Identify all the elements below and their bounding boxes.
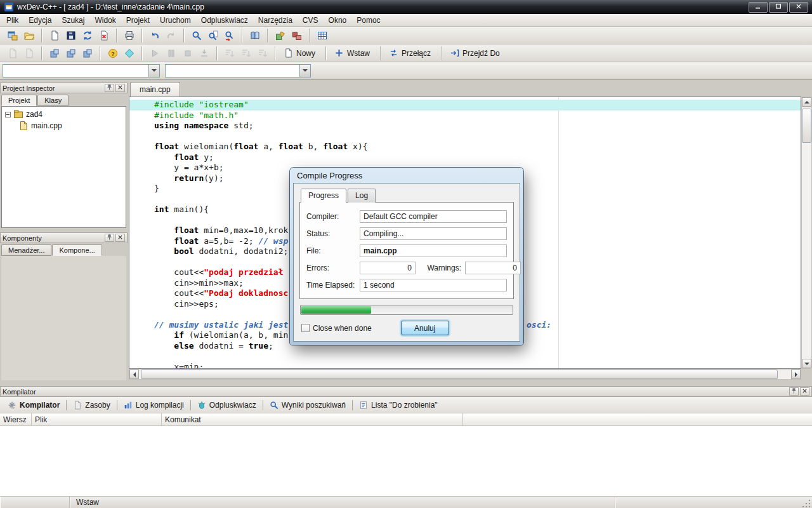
compile-current-icon[interactable]	[47, 46, 62, 61]
resize-grip[interactable]	[802, 498, 811, 507]
menu-narz-dzia[interactable]: Narzędzia	[253, 15, 298, 26]
menu-okno[interactable]: Okno	[324, 15, 352, 26]
new-project-icon[interactable]	[5, 28, 20, 43]
redo-icon[interactable]	[164, 28, 179, 43]
bottom-tab-odpluskwiacz[interactable]: Odpluskwiacz	[192, 399, 261, 411]
column-komunikat[interactable]: Komunikat	[162, 413, 463, 425]
insert-component-icon[interactable]	[315, 28, 330, 43]
scroll-down-button[interactable]	[802, 359, 811, 368]
pin-button[interactable]	[105, 84, 114, 92]
menu-pomoc[interactable]: Pomoc	[351, 15, 385, 26]
close-panel-button[interactable]	[115, 84, 125, 92]
column-plik[interactable]: Plik	[32, 413, 162, 425]
debug-icon[interactable]	[122, 46, 137, 61]
debug-pause-icon[interactable]	[164, 46, 179, 61]
przelacz-button[interactable]: Przełącz	[386, 46, 436, 61]
field-label: Status:	[306, 229, 360, 238]
help-icon[interactable]: ?	[105, 46, 121, 61]
tab-klasy[interactable]: Klasy	[37, 95, 69, 106]
window-title: wxDev-C++ - [ zad4 ] - D:\test_inne\zada…	[17, 3, 204, 11]
dialog-tabs: ProgressLog	[299, 189, 514, 203]
wstaw-button[interactable]: Wstaw	[331, 46, 376, 61]
collapse-icon[interactable]	[5, 112, 11, 117]
horizontal-scrollbar[interactable]	[129, 369, 801, 380]
toolbar-separator	[141, 46, 143, 60]
minimize-button[interactable]	[749, 2, 768, 13]
scroll-right-button[interactable]	[791, 370, 801, 379]
find-icon[interactable]	[189, 28, 204, 43]
undo-icon[interactable]	[147, 28, 162, 43]
przejdz-do-button[interactable]: Przejdź Do	[447, 46, 506, 61]
tree-node-file[interactable]: main.cpp	[2, 120, 126, 131]
member-combo-dropdown[interactable]	[299, 65, 310, 77]
replace-icon[interactable]	[222, 28, 237, 43]
pin-button[interactable]	[105, 234, 114, 242]
maximize-button[interactable]	[769, 2, 788, 13]
bottom-tabs: KompilatorZasobyLog kompilacjiOdpluskwia…	[0, 397, 812, 413]
find-in-files-icon[interactable]	[206, 28, 221, 43]
compile-and-run-icon[interactable]	[80, 46, 95, 61]
menu-odpluskwiacz[interactable]: Odpluskwiacz	[196, 15, 253, 26]
close-button[interactable]	[789, 2, 808, 13]
close-file-icon[interactable]	[96, 28, 112, 43]
dialog-tab-progress[interactable]: Progress	[301, 189, 346, 203]
cancel-button[interactable]: Anuluj	[401, 321, 449, 335]
dialog-title-bar[interactable]: Compile Progress	[293, 168, 520, 183]
bottom-tab-wyniki-poszukiwa[interactable]: Wyniki poszukiwań	[265, 399, 351, 411]
bottom-tab-log-kompilacji[interactable]: Log kompilacji	[119, 399, 189, 411]
menu-cvs[interactable]: CVS	[298, 15, 324, 26]
pin-button[interactable]	[789, 387, 799, 396]
new-source-icon[interactable]	[47, 28, 62, 43]
tab-projekt[interactable]: Projekt	[1, 95, 37, 106]
horizontal-scroll-thumb[interactable]	[141, 370, 778, 379]
tree-node-project[interactable]: zad4	[2, 109, 126, 120]
close-panel-button[interactable]	[800, 387, 809, 396]
print-icon[interactable]	[122, 28, 137, 43]
dialog-tab-log[interactable]: Log	[348, 189, 376, 203]
vertical-scrollbar[interactable]	[801, 97, 812, 369]
goto-function-icon[interactable]	[247, 28, 263, 43]
debug-stop-icon[interactable]	[180, 46, 195, 61]
step-over-icon[interactable]	[197, 46, 212, 61]
save-all-icon[interactable]	[63, 28, 79, 43]
menu-projekt[interactable]: Projekt	[121, 15, 155, 26]
refresh-icon[interactable]	[80, 28, 95, 43]
vertical-scroll-thumb[interactable]	[802, 109, 811, 143]
step-into-icon[interactable]	[239, 46, 254, 61]
project-tree[interactable]: zad4 main.cpp	[1, 106, 126, 228]
dialog-body: ProgressLog Compiler:Default GCC compile…	[293, 183, 520, 342]
column-wiersz[interactable]: Wiersz	[0, 413, 32, 425]
debug-run-icon[interactable]	[147, 46, 162, 61]
compile-icon[interactable]	[273, 28, 288, 43]
member-combo[interactable]	[165, 64, 311, 77]
tab-kompone[interactable]: Kompone...	[52, 244, 102, 256]
menu-szukaj[interactable]: Szukaj	[56, 15, 89, 26]
bottom-tab-lista-do-zrobienia[interactable]: Lista "Do zrobienia"	[354, 399, 443, 411]
editor-tab-main-cpp[interactable]: main.cpp	[130, 82, 180, 97]
skip-function-icon[interactable]	[255, 46, 270, 61]
toolbar-separator	[242, 29, 243, 43]
project-inspector-header: Project Inspector	[0, 83, 128, 93]
tab-menad-er[interactable]: Menadżer...	[1, 244, 51, 256]
nowy-button[interactable]: Nowy	[280, 46, 321, 61]
menu-edycja[interactable]: Edycja	[23, 15, 56, 26]
menu-plik[interactable]: Plik	[1, 15, 23, 26]
scroll-left-button[interactable]	[129, 370, 139, 379]
menu-uruchom[interactable]: Uruchom	[155, 15, 196, 26]
menu-widok[interactable]: Widok	[89, 15, 121, 26]
run-icon[interactable]	[63, 46, 79, 61]
class-combo[interactable]	[3, 64, 160, 77]
navigation-bar	[0, 62, 812, 80]
close-panel-button[interactable]	[115, 234, 125, 242]
bottom-tab-zasoby[interactable]: Zasoby	[68, 399, 115, 411]
scroll-up-button[interactable]	[802, 97, 811, 107]
bottom-tab-kompilator[interactable]: Kompilator	[3, 399, 65, 411]
delete-profile-icon[interactable]	[22, 46, 37, 61]
open-project-icon[interactable]	[22, 28, 37, 43]
arrow-left-icon	[133, 372, 136, 377]
next-step-icon[interactable]	[222, 46, 237, 61]
profile-analysis-icon[interactable]	[5, 46, 20, 61]
class-combo-dropdown[interactable]	[148, 65, 159, 77]
rebuild-icon[interactable]	[289, 28, 304, 43]
close-when-done-checkbox[interactable]	[301, 324, 310, 332]
